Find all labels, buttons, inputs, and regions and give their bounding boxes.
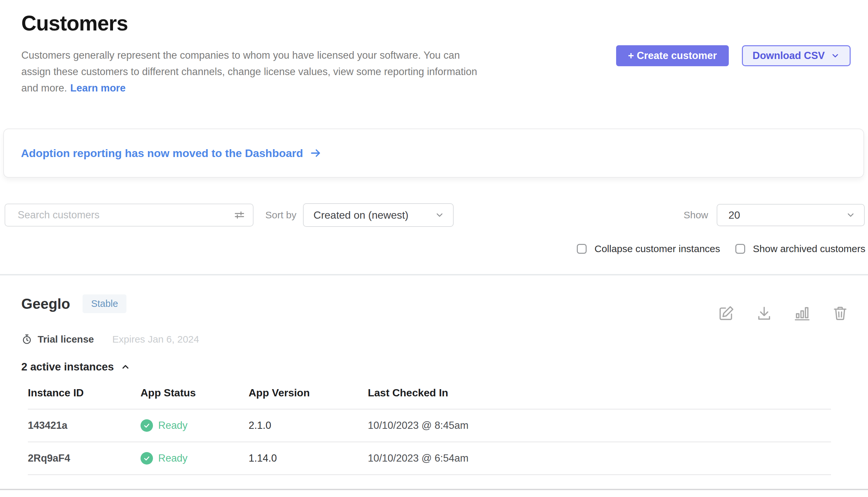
app-status: Ready [141, 452, 249, 465]
last-checked-in: 10/10/2023 @ 6:54am [368, 452, 831, 464]
license-type: Trial license [38, 334, 94, 345]
table-row: 2Rq9aF4 Ready 1.14.0 10/10/2023 @ 6:54am [28, 442, 831, 475]
license-expiry: Expires Jan 6, 2024 [112, 334, 199, 345]
show-label: Show [683, 210, 708, 221]
instances-table-header: Instance ID App Status App Version Last … [28, 387, 831, 410]
bar-chart-icon [794, 305, 811, 322]
app-status: Ready [141, 419, 249, 432]
create-customer-button[interactable]: + Create customer [616, 45, 729, 66]
page-description: Customers generally represent the compan… [21, 47, 578, 96]
app-version: 1.14.0 [249, 452, 368, 464]
learn-more-link[interactable]: Learn more [70, 82, 126, 94]
column-header: Last Checked In [368, 387, 831, 399]
download-csv-label: Download CSV [753, 50, 825, 62]
page-header: Customers Customers generally represent … [21, 11, 578, 96]
edit-customer-button[interactable] [718, 305, 735, 322]
edit-icon [718, 305, 735, 322]
last-checked-in: 10/10/2023 @ 8:45am [368, 420, 831, 431]
collapse-instances-checkbox-input[interactable] [577, 244, 587, 254]
description-text: and more. [21, 82, 67, 94]
app-status-label: Ready [158, 452, 188, 464]
chevron-down-icon [846, 210, 856, 220]
column-header: Instance ID [28, 387, 141, 399]
customer-name: Geeglo [21, 296, 70, 312]
adoption-banner-text: Adoption reporting has now moved to the … [21, 147, 303, 160]
instance-id: 143421a [28, 420, 141, 431]
download-icon [756, 305, 773, 322]
instances-table: Instance ID App Status App Version Last … [28, 387, 831, 475]
collapse-instances-checkbox[interactable]: Collapse customer instances [577, 243, 720, 254]
timer-icon [21, 334, 32, 345]
instances-toggle-label: 2 active instances [21, 360, 114, 373]
sort-dropdown-value: Created on (newest) [313, 209, 409, 221]
show-archived-checkbox[interactable]: Show archived customers [735, 243, 865, 254]
arrow-right-icon [310, 147, 322, 159]
column-header: App Version [249, 387, 368, 399]
app-version: 2.1.0 [249, 420, 368, 431]
license-row: Trial license Expires Jan 6, 2024 [21, 334, 849, 345]
app-status-label: Ready [158, 420, 188, 431]
search-customers [4, 203, 253, 227]
instances-toggle[interactable]: 2 active instances [21, 360, 130, 373]
adoption-banner: Adoption reporting has now moved to the … [3, 128, 864, 178]
search-input[interactable] [4, 203, 253, 227]
show-dropdown[interactable]: 20 [717, 204, 865, 226]
page-title: Customers [21, 11, 578, 36]
checkbox-row: Collapse customer instances Show archive… [577, 243, 865, 254]
table-row: 143421a Ready 2.1.0 10/10/2023 @ 8:45am [28, 410, 831, 442]
channel-badge: Stable [83, 294, 127, 313]
sort-by-label: Sort by [265, 210, 296, 221]
section-divider [0, 274, 868, 275]
customer-card: Geeglo Stable Trial license [21, 294, 849, 475]
show-dropdown-value: 20 [729, 209, 740, 221]
check-circle-icon [141, 419, 153, 432]
sort-dropdown[interactable]: Created on (newest) [303, 203, 454, 227]
description-line: and more.Learn more [21, 80, 578, 96]
download-customer-button[interactable] [756, 305, 773, 322]
customer-card-header: Geeglo Stable [21, 294, 849, 322]
instance-id: 2Rq9aF4 [28, 452, 141, 464]
trash-icon [832, 305, 849, 322]
chevron-down-icon [435, 210, 444, 220]
show-archived-checkbox-input[interactable] [735, 244, 745, 254]
download-csv-button[interactable]: Download CSV [742, 45, 851, 66]
customer-name-wrap: Geeglo Stable [21, 294, 127, 313]
description-line: Customers generally represent the compan… [21, 47, 578, 63]
chevron-down-icon [831, 51, 840, 60]
adoption-banner-link[interactable]: Adoption reporting has now moved to the … [21, 147, 322, 160]
collapse-instances-label: Collapse customer instances [594, 243, 720, 254]
column-header: App Status [141, 387, 249, 399]
delete-customer-button[interactable] [832, 305, 849, 322]
description-line: assign these customers to different chan… [21, 63, 578, 80]
check-circle-icon [141, 452, 153, 465]
show-archived-label: Show archived customers [753, 243, 865, 254]
chevron-up-icon [120, 362, 130, 372]
customers-page: Customers Customers generally represent … [0, 0, 868, 497]
customer-reporting-button[interactable] [794, 305, 811, 322]
filter-row: Sort by Created on (newest) Show 20 [4, 203, 865, 227]
bottom-divider [0, 489, 868, 490]
customer-actions [718, 305, 849, 322]
header-actions: + Create customer Download CSV [616, 45, 851, 66]
filter-sliders-icon[interactable] [233, 209, 246, 221]
